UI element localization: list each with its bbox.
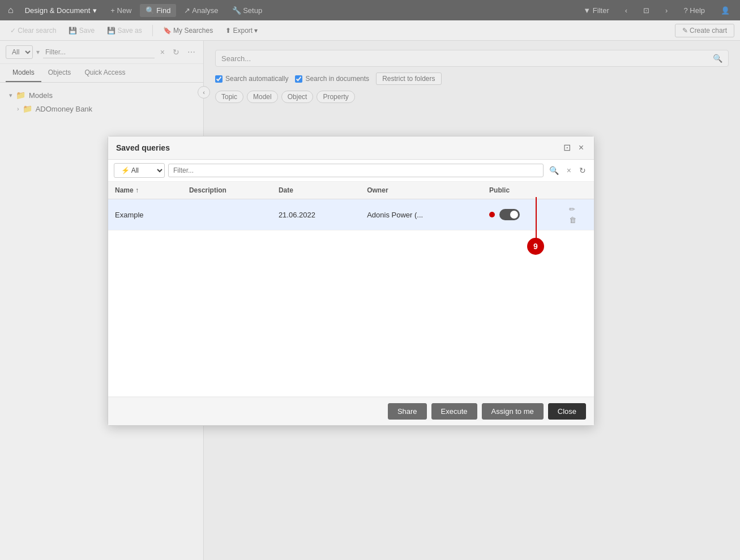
modal-toolbar: ⚡ All 🔍 × ↻ — [108, 160, 594, 182]
cell-public — [482, 199, 560, 230]
col-actions — [560, 182, 594, 199]
cell-description — [182, 199, 272, 230]
col-name[interactable]: Name ↑ — [108, 182, 182, 199]
toggle-dot-icon — [489, 212, 495, 217]
cell-owner: Adonis Power (... — [360, 199, 482, 230]
cell-actions: ✏ 🗑 — [560, 199, 594, 230]
share-btn[interactable]: Share — [388, 403, 427, 420]
public-toggle[interactable] — [499, 209, 520, 220]
modal-close-btn[interactable]: × — [576, 142, 586, 153]
modal-clear-filter-btn[interactable]: × — [564, 164, 574, 177]
col-public[interactable]: Public — [482, 182, 560, 199]
col-date[interactable]: Date — [272, 182, 360, 199]
close-modal-btn[interactable]: Close — [548, 403, 586, 420]
saved-queries-modal: Saved queries ⊡ × ⚡ All 🔍 × ↻ Name ↑ Des… — [108, 136, 594, 426]
assign-to-me-btn[interactable]: Assign to me — [482, 403, 544, 420]
annotation-bubble: 9 — [527, 238, 544, 255]
modal-search-btn[interactable]: 🔍 — [547, 164, 561, 177]
annotation-line — [536, 197, 537, 241]
table-row[interactable]: Example 21.06.2022 Adonis Power (... — [108, 199, 594, 230]
modal-actions: Share Execute Assign to me Close — [108, 397, 594, 425]
modal-filter-input[interactable] — [168, 164, 544, 177]
table-container: Name ↑ Description Date Owner Public — [108, 182, 594, 397]
cell-date: 21.06.2022 — [272, 199, 360, 230]
modal-maximize-btn[interactable]: ⊡ — [561, 142, 573, 153]
modal-title: Saved queries — [116, 143, 170, 152]
delete-btn[interactable]: 🗑 — [567, 215, 579, 225]
modal-header: Saved queries ⊡ × — [108, 136, 594, 160]
table-header-row: Name ↑ Description Date Owner Public — [108, 182, 594, 199]
modal-header-icons: ⊡ × — [561, 142, 586, 153]
execute-btn[interactable]: Execute — [431, 403, 477, 420]
cell-name: Example — [108, 199, 182, 230]
edit-btn[interactable]: ✏ — [567, 204, 578, 215]
modal-filter-select[interactable]: ⚡ All — [114, 163, 165, 178]
modal-refresh-btn[interactable]: ↻ — [577, 164, 588, 177]
col-owner[interactable]: Owner — [360, 182, 482, 199]
col-description[interactable]: Description — [182, 182, 272, 199]
modal-table: Name ↑ Description Date Owner Public — [108, 182, 594, 230]
